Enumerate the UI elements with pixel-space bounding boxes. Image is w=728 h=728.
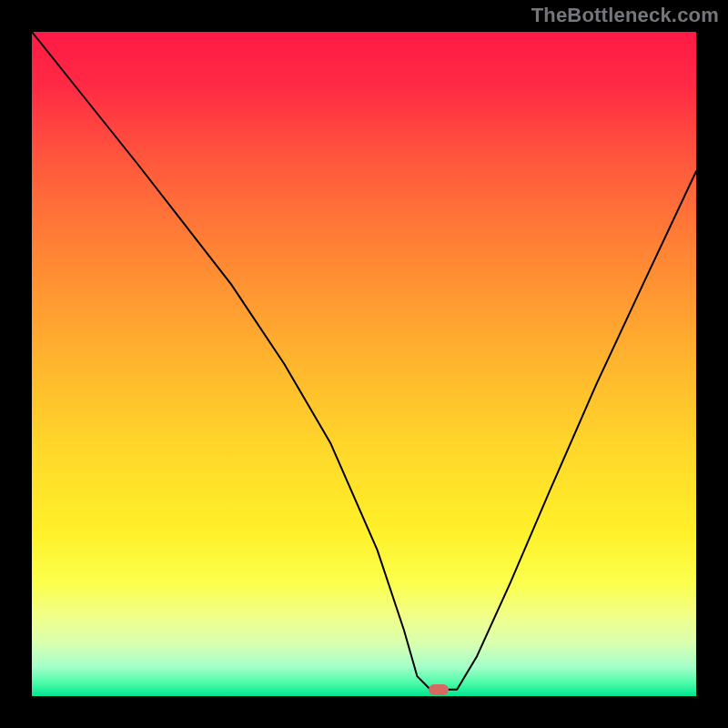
curve-path	[32, 32, 696, 690]
attribution-text: TheBottleneck.com	[531, 4, 719, 27]
chart-frame: TheBottleneck.com	[0, 0, 728, 728]
plot-area	[32, 32, 696, 696]
bottleneck-curve	[32, 32, 696, 696]
optimal-marker	[429, 684, 449, 695]
